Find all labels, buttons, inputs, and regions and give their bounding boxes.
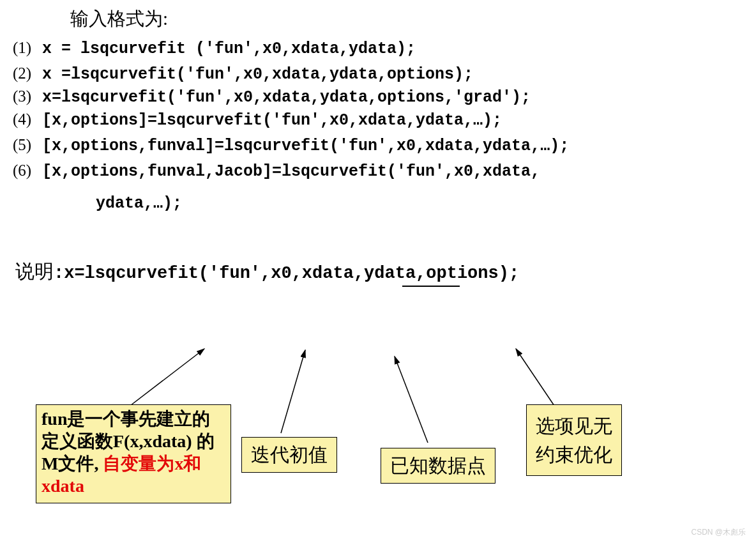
callout-text-highlight: 自变量为x和 bbox=[103, 454, 201, 473]
svg-line-2 bbox=[395, 356, 428, 443]
underline-decoration bbox=[402, 286, 460, 287]
code-text: x =lsqcurvefit('fun',x0,xdata,ydata,opti… bbox=[42, 65, 473, 84]
callout-data: 已知数据点 bbox=[381, 448, 495, 484]
code-text: [x,options,funval]=lsqcurvefit('fun',x0,… bbox=[42, 137, 569, 155]
svg-line-0 bbox=[128, 349, 204, 408]
explanation-sep: : bbox=[54, 264, 64, 283]
code-text: [x,options]=lsqcurvefit('fun',x0,xdata,y… bbox=[42, 111, 502, 130]
callout-text: 约束优化 bbox=[536, 444, 612, 465]
code-continuation: ydata,…); bbox=[96, 183, 743, 240]
callout-options: 选项见无 约束优化 bbox=[526, 404, 622, 476]
row-number: (4) bbox=[13, 111, 42, 128]
code-row: (5) [x,options,funval]=lsqcurvefit('fun'… bbox=[13, 134, 743, 157]
callout-text: 定义函数F(x,xdata) 的 bbox=[42, 431, 215, 451]
svg-line-3 bbox=[516, 349, 556, 408]
callout-text: M文件, bbox=[42, 454, 103, 473]
explanation-line: 说明:x=lsqcurvefit('fun',x0,xdata,ydata,op… bbox=[15, 259, 743, 285]
section-title: 输入格式为: bbox=[70, 6, 743, 32]
callout-text-highlight: xdata bbox=[42, 476, 84, 496]
callout-fun: fun是一个事先建立的 定义函数F(x,xdata) 的 M文件, 自变量为x和… bbox=[36, 404, 231, 503]
code-list: (1) x = lsqcurvefit ('fun',x0,xdata,ydat… bbox=[13, 37, 743, 240]
code-text: x=lsqcurvefit('fun',x0,xdata,ydata,optio… bbox=[42, 88, 531, 107]
code-row: (6) [x,options,funval,Jacob]=lsqcurvefit… bbox=[13, 160, 743, 183]
code-row: (2) x =lsqcurvefit('fun',x0,xdata,ydata,… bbox=[13, 63, 743, 86]
row-number: (6) bbox=[13, 162, 42, 180]
code-row: (3) x=lsqcurvefit('fun',x0,xdata,ydata,o… bbox=[13, 86, 743, 109]
callout-text: 选项见无 bbox=[536, 415, 612, 436]
row-number: (3) bbox=[13, 88, 42, 105]
row-number: (5) bbox=[13, 136, 42, 154]
callout-x0: 迭代初值 bbox=[241, 437, 337, 473]
code-row: (4) [x,options]=lsqcurvefit('fun',x0,xda… bbox=[13, 109, 743, 132]
code-text: [x,options,funval,Jacob]=lsqcurvefit('fu… bbox=[42, 162, 540, 181]
callout-text: fun是一个事先建立的 bbox=[42, 409, 210, 429]
code-row: (1) x = lsqcurvefit ('fun',x0,xdata,ydat… bbox=[13, 37, 743, 60]
watermark: CSDN @木彪乐 bbox=[691, 527, 746, 538]
row-number: (2) bbox=[13, 65, 42, 82]
row-number: (1) bbox=[13, 39, 42, 57]
explanation-label: 说明 bbox=[15, 261, 54, 282]
code-text: x = lsqcurvefit ('fun',x0,xdata,ydata); bbox=[42, 40, 416, 58]
svg-line-1 bbox=[281, 350, 305, 433]
explanation-code: x=lsqcurvefit('fun',x0,xdata,ydata,optio… bbox=[64, 264, 519, 283]
